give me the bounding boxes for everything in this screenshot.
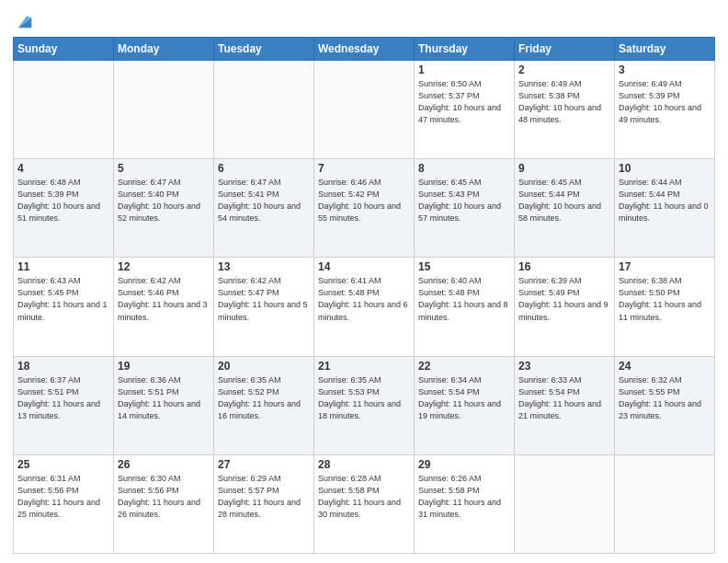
calendar-table: SundayMondayTuesdayWednesdayThursdayFrid… bbox=[13, 37, 715, 554]
day-info: Sunrise: 6:42 AMSunset: 5:47 PMDaylight:… bbox=[218, 275, 310, 323]
calendar-cell: 14Sunrise: 6:41 AMSunset: 5:48 PMDayligh… bbox=[314, 258, 415, 356]
day-number: 21 bbox=[318, 360, 410, 373]
day-number: 15 bbox=[418, 260, 510, 273]
day-info: Sunrise: 6:26 AMSunset: 5:58 PMDaylight:… bbox=[418, 473, 510, 521]
calendar-header-thursday: Thursday bbox=[415, 38, 515, 61]
day-info: Sunrise: 6:34 AMSunset: 5:54 PMDaylight:… bbox=[418, 374, 510, 422]
day-info: Sunrise: 6:41 AMSunset: 5:48 PMDaylight:… bbox=[318, 275, 410, 323]
calendar-cell: 25Sunrise: 6:31 AMSunset: 5:56 PMDayligh… bbox=[14, 454, 114, 553]
day-number: 23 bbox=[518, 360, 610, 373]
calendar-cell: 5Sunrise: 6:47 AMSunset: 5:40 PMDaylight… bbox=[114, 159, 214, 258]
calendar-cell: 15Sunrise: 6:40 AMSunset: 5:48 PMDayligh… bbox=[415, 258, 515, 356]
day-number: 6 bbox=[218, 162, 310, 175]
calendar-header-tuesday: Tuesday bbox=[214, 38, 314, 61]
header bbox=[13, 9, 715, 31]
calendar-cell: 22Sunrise: 6:34 AMSunset: 5:54 PMDayligh… bbox=[415, 356, 515, 454]
day-info: Sunrise: 6:43 AMSunset: 5:45 PMDaylight:… bbox=[17, 275, 109, 323]
calendar-cell: 16Sunrise: 6:39 AMSunset: 5:49 PMDayligh… bbox=[515, 258, 615, 356]
day-number: 1 bbox=[418, 63, 510, 76]
day-info: Sunrise: 6:33 AMSunset: 5:54 PMDaylight:… bbox=[518, 374, 610, 422]
calendar-cell: 28Sunrise: 6:28 AMSunset: 5:58 PMDayligh… bbox=[314, 454, 415, 553]
calendar-header-row: SundayMondayTuesdayWednesdayThursdayFrid… bbox=[14, 38, 715, 61]
day-info: Sunrise: 6:45 AMSunset: 5:44 PMDaylight:… bbox=[518, 177, 610, 224]
calendar-week-2: 4Sunrise: 6:48 AMSunset: 5:39 PMDaylight… bbox=[14, 159, 715, 258]
day-info: Sunrise: 6:31 AMSunset: 5:56 PMDaylight:… bbox=[17, 473, 109, 521]
calendar-cell: 21Sunrise: 6:35 AMSunset: 5:53 PMDayligh… bbox=[314, 356, 415, 454]
day-info: Sunrise: 6:50 AMSunset: 5:37 PMDaylight:… bbox=[418, 78, 510, 126]
day-info: Sunrise: 6:32 AMSunset: 5:55 PMDaylight:… bbox=[619, 374, 711, 422]
calendar-header-monday: Monday bbox=[114, 38, 214, 61]
calendar-header-friday: Friday bbox=[515, 38, 615, 61]
calendar-week-4: 18Sunrise: 6:37 AMSunset: 5:51 PMDayligh… bbox=[14, 356, 715, 454]
calendar-cell: 29Sunrise: 6:26 AMSunset: 5:58 PMDayligh… bbox=[415, 454, 515, 553]
calendar-cell: 13Sunrise: 6:42 AMSunset: 5:47 PMDayligh… bbox=[214, 258, 314, 356]
day-number: 10 bbox=[619, 162, 711, 175]
calendar-cell: 1Sunrise: 6:50 AMSunset: 5:37 PMDaylight… bbox=[415, 61, 515, 159]
day-info: Sunrise: 6:45 AMSunset: 5:43 PMDaylight:… bbox=[418, 177, 510, 224]
calendar-cell: 11Sunrise: 6:43 AMSunset: 5:45 PMDayligh… bbox=[14, 258, 114, 356]
day-number: 3 bbox=[619, 63, 711, 76]
calendar-cell: 7Sunrise: 6:46 AMSunset: 5:42 PMDaylight… bbox=[314, 159, 415, 258]
day-number: 8 bbox=[418, 162, 510, 175]
calendar-header-sunday: Sunday bbox=[14, 38, 114, 61]
calendar-cell bbox=[14, 61, 114, 159]
day-info: Sunrise: 6:38 AMSunset: 5:50 PMDaylight:… bbox=[619, 275, 711, 323]
day-info: Sunrise: 6:30 AMSunset: 5:56 PMDaylight:… bbox=[118, 473, 210, 521]
day-info: Sunrise: 6:49 AMSunset: 5:38 PMDaylight:… bbox=[518, 78, 610, 126]
day-number: 7 bbox=[318, 162, 410, 175]
day-number: 19 bbox=[118, 360, 210, 373]
calendar-cell: 2Sunrise: 6:49 AMSunset: 5:38 PMDaylight… bbox=[515, 61, 615, 159]
day-info: Sunrise: 6:28 AMSunset: 5:58 PMDaylight:… bbox=[318, 473, 410, 521]
calendar-cell bbox=[515, 454, 615, 553]
day-number: 14 bbox=[318, 260, 410, 273]
calendar-cell bbox=[615, 454, 715, 553]
calendar-cell: 20Sunrise: 6:35 AMSunset: 5:52 PMDayligh… bbox=[214, 356, 314, 454]
calendar-week-5: 25Sunrise: 6:31 AMSunset: 5:56 PMDayligh… bbox=[14, 454, 715, 553]
day-info: Sunrise: 6:49 AMSunset: 5:39 PMDaylight:… bbox=[619, 78, 711, 126]
calendar-cell bbox=[214, 61, 314, 159]
day-number: 20 bbox=[218, 360, 310, 373]
day-info: Sunrise: 6:37 AMSunset: 5:51 PMDaylight:… bbox=[17, 374, 109, 422]
calendar-cell: 8Sunrise: 6:45 AMSunset: 5:43 PMDaylight… bbox=[415, 159, 515, 258]
calendar-header-wednesday: Wednesday bbox=[314, 38, 415, 61]
day-number: 12 bbox=[118, 260, 210, 273]
calendar-cell: 24Sunrise: 6:32 AMSunset: 5:55 PMDayligh… bbox=[615, 356, 715, 454]
calendar-cell: 17Sunrise: 6:38 AMSunset: 5:50 PMDayligh… bbox=[615, 258, 715, 356]
calendar-cell: 3Sunrise: 6:49 AMSunset: 5:39 PMDaylight… bbox=[615, 61, 715, 159]
calendar-cell: 6Sunrise: 6:47 AMSunset: 5:41 PMDaylight… bbox=[214, 159, 314, 258]
day-number: 11 bbox=[17, 260, 109, 273]
calendar-cell: 26Sunrise: 6:30 AMSunset: 5:56 PMDayligh… bbox=[114, 454, 214, 553]
calendar-cell: 19Sunrise: 6:36 AMSunset: 5:51 PMDayligh… bbox=[114, 356, 214, 454]
day-number: 25 bbox=[17, 458, 109, 471]
day-number: 2 bbox=[518, 63, 610, 76]
calendar-week-1: 1Sunrise: 6:50 AMSunset: 5:37 PMDaylight… bbox=[14, 61, 715, 159]
day-info: Sunrise: 6:36 AMSunset: 5:51 PMDaylight:… bbox=[118, 374, 210, 422]
day-info: Sunrise: 6:39 AMSunset: 5:49 PMDaylight:… bbox=[518, 275, 610, 323]
day-number: 22 bbox=[418, 360, 510, 373]
day-number: 9 bbox=[518, 162, 610, 175]
logo bbox=[13, 13, 35, 31]
day-info: Sunrise: 6:42 AMSunset: 5:46 PMDaylight:… bbox=[118, 275, 210, 323]
calendar-cell: 9Sunrise: 6:45 AMSunset: 5:44 PMDaylight… bbox=[515, 159, 615, 258]
day-info: Sunrise: 6:46 AMSunset: 5:42 PMDaylight:… bbox=[318, 177, 410, 224]
day-info: Sunrise: 6:44 AMSunset: 5:44 PMDaylight:… bbox=[619, 177, 711, 224]
calendar-cell bbox=[114, 61, 214, 159]
day-number: 13 bbox=[218, 260, 310, 273]
calendar-header-saturday: Saturday bbox=[615, 38, 715, 61]
day-info: Sunrise: 6:47 AMSunset: 5:41 PMDaylight:… bbox=[218, 177, 310, 224]
day-number: 18 bbox=[17, 360, 109, 373]
page: SundayMondayTuesdayWednesdayThursdayFrid… bbox=[0, 0, 728, 563]
logo-icon bbox=[15, 11, 35, 31]
day-info: Sunrise: 6:47 AMSunset: 5:40 PMDaylight:… bbox=[118, 177, 210, 224]
calendar-cell: 27Sunrise: 6:29 AMSunset: 5:57 PMDayligh… bbox=[214, 454, 314, 553]
calendar-week-3: 11Sunrise: 6:43 AMSunset: 5:45 PMDayligh… bbox=[14, 258, 715, 356]
day-number: 16 bbox=[518, 260, 610, 273]
calendar-cell: 4Sunrise: 6:48 AMSunset: 5:39 PMDaylight… bbox=[14, 159, 114, 258]
calendar-cell: 12Sunrise: 6:42 AMSunset: 5:46 PMDayligh… bbox=[114, 258, 214, 356]
calendar-cell: 10Sunrise: 6:44 AMSunset: 5:44 PMDayligh… bbox=[615, 159, 715, 258]
day-info: Sunrise: 6:29 AMSunset: 5:57 PMDaylight:… bbox=[218, 473, 310, 521]
day-number: 29 bbox=[418, 458, 510, 471]
day-number: 17 bbox=[619, 260, 711, 273]
day-info: Sunrise: 6:40 AMSunset: 5:48 PMDaylight:… bbox=[418, 275, 510, 323]
day-number: 5 bbox=[118, 162, 210, 175]
